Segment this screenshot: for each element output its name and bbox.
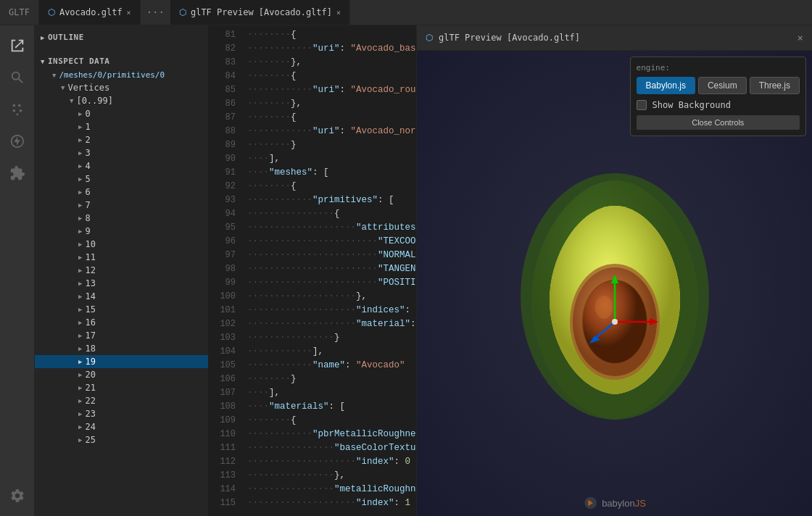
code-line-95: ····················"attributes": { [247,221,416,235]
code-line-110: ············"pbrMetallicRoughness": { [247,428,416,441]
code-line-84: ········{ [247,70,416,83]
tree-item-10[interactable]: ▶10 [35,238,208,251]
tree-item-25[interactable]: ▶25 [35,433,208,446]
code-lines[interactable]: ········{ ············"uri": "Avocado_ba… [241,25,416,516]
code-line-108: ····"materials": [ [247,400,416,414]
outline-header[interactable]: ▶ OUTLINE [35,30,208,45]
code-line-114: ················"metallicRoughnessTextur… [247,483,416,496]
code-line-105: ············"name": "Avocado" [247,359,416,373]
tree-item-23[interactable]: ▶23 [35,407,208,420]
gltf-file-icon: ⬡ [48,7,55,17]
tree-item-3[interactable]: ▶3 [35,146,208,159]
tree-item-4[interactable]: ▶4 [35,159,208,172]
code-line-81: ········{ [247,28,416,42]
code-line-104: ············], [247,345,416,359]
sidebar-icon-search[interactable] [3,63,32,92]
code-line-94: ················{ [247,207,416,221]
threejs-engine-button[interactable]: Three.js [750,77,800,94]
tree-item-16[interactable]: ▶16 [35,316,208,329]
code-line-112: ····················"index": 0 [247,455,416,469]
preview-title: glTF Preview [Avocado.gltf] [439,33,580,43]
preview-tab-icon: ⬡ [179,7,186,17]
inspect-label: INSPECT DATA [48,57,109,66]
sidebar-icon-explorer[interactable] [3,31,32,60]
activity-bar [0,25,35,516]
show-background-checkbox[interactable] [637,100,647,110]
svg-point-12 [612,319,618,325]
title-bar: GLTF ⬡ Avocado.gltf × ··· ⬡ glTF Preview… [0,0,812,25]
code-line-82: ············"uri": "Avocado_baseColor.pn… [247,42,416,56]
avocado-model [513,166,716,427]
babylon-watermark: babylonJS [583,496,646,510]
code-line-92: ········{ [247,180,416,194]
tree-item-13[interactable]: ▶13 [35,277,208,290]
tab-more-button[interactable]: ··· [141,0,170,25]
tree-item-8[interactable]: ▶8 [35,212,208,225]
babylon-text: babylonJS [602,498,646,509]
code-line-88: ············"uri": "Avocado_normal.png" [247,125,416,138]
preview-content[interactable]: babylonJS engine: Babylon.js Cesium Thre… [417,51,812,516]
cesium-engine-button[interactable]: Cesium [698,77,747,94]
tree-item-2[interactable]: ▶2 [35,133,208,146]
tab-avocado[interactable]: ⬡ Avocado.gltf × [39,0,141,25]
mesh-path-item[interactable]: ▼ /meshes/0/primitives/0 [35,69,208,81]
gltf-tab-label: GLTF [9,7,30,17]
tree-item-15[interactable]: ▶15 [35,303,208,316]
preview-header: ⬡ glTF Preview [Avocado.gltf] × [417,25,812,51]
tree-item-17[interactable]: ▶17 [35,329,208,342]
code-editor: 8182838485 8687888990 9192939495 9697989… [209,25,417,516]
vertices-item[interactable]: ▼ Vertices [35,81,208,94]
code-line-97: ························"NORMAL": 1, [247,249,416,262]
range-item[interactable]: ▼ [0..99] [35,94,208,107]
tree-item-11[interactable]: ▶11 [35,251,208,264]
show-background-row: Show Background [637,100,800,110]
preview-panel: ⬡ glTF Preview [Avocado.gltf] × [417,25,812,516]
sidebar-icon-settings[interactable] [3,481,32,510]
tree-item-14[interactable]: ▶14 [35,290,208,303]
explorer-panel: ▶ OUTLINE ▼ INSPECT DATA ▼ /meshes/0/pri… [35,25,209,516]
preview-close-button[interactable]: × [798,32,803,43]
tree-item-22[interactable]: ▶22 [35,394,208,407]
main-layout: ▶ OUTLINE ▼ INSPECT DATA ▼ /meshes/0/pri… [0,25,812,516]
code-line-111: ················"baseColorTexture": { [247,441,416,455]
code-line-85: ············"uri": "Avocado_roughnessMet… [247,83,416,97]
vertices-arrow: ▼ [61,84,65,91]
tree-item-0[interactable]: ▶0 [35,107,208,120]
tree-item-7[interactable]: ▶7 [35,199,208,212]
code-line-98: ························"TANGENT": 2, [247,262,416,276]
tree-item-19[interactable]: ▶19 [35,355,208,368]
inspect-header[interactable]: ▼ INSPECT DATA [35,54,208,69]
tab-gltf[interactable]: GLTF [0,0,39,25]
preview-tab-close[interactable]: × [336,9,341,17]
sidebar-icon-debug[interactable] [3,127,32,156]
tree-item-21[interactable]: ▶21 [35,381,208,394]
outline-arrow: ▶ [41,34,45,41]
tree-item-20[interactable]: ▶20 [35,368,208,381]
range-arrow: ▼ [70,97,73,104]
code-line-91: ····"meshes": [ [247,166,416,180]
engine-controls: engine: Babylon.js Cesium Three.js Show … [630,57,806,136]
inspect-arrow: ▼ [41,58,45,65]
preview-tab-label: glTF Preview [Avocado.gltf] [191,7,332,17]
sidebar-icon-source-control[interactable] [3,95,32,124]
tree-item-6[interactable]: ▶6 [35,186,208,199]
code-line-101: ····················"indices": 4, [247,304,416,317]
tree-item-1[interactable]: ▶1 [35,120,208,133]
show-background-label: Show Background [652,100,731,110]
tree-item-18[interactable]: ▶18 [35,342,208,355]
sidebar-icon-extensions[interactable] [3,159,32,188]
close-controls-button[interactable]: Close Controls [637,115,800,130]
code-line-107: ····], [247,386,416,400]
vertices-label: Vertices [67,83,109,93]
tab-preview[interactable]: ⬡ glTF Preview [Avocado.gltf] × [170,0,350,25]
tree-item-24[interactable]: ▶24 [35,420,208,433]
outline-section: ▶ OUTLINE [35,25,208,49]
mesh-path-label: /meshes/0/primitives/0 [59,70,165,80]
tree-item-12[interactable]: ▶12 [35,264,208,277]
babylon-engine-button[interactable]: Babylon.js [637,77,695,94]
tree-item-9[interactable]: ▶9 [35,225,208,238]
line-numbers: 8182838485 8687888990 9192939495 9697989… [209,25,241,516]
code-line-89: ········} [247,138,416,152]
tree-item-5[interactable]: ▶5 [35,172,208,186]
avocado-tab-close[interactable]: × [127,9,131,17]
